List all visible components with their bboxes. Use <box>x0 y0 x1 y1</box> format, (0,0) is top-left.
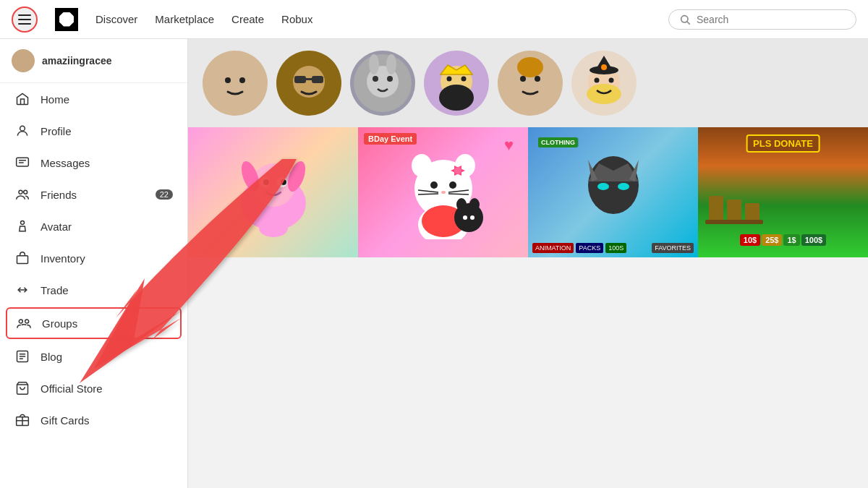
page-layout: amaziingracee Home Profile <box>0 39 868 488</box>
home-label: Home <box>41 93 69 106</box>
sidebar-item-groups[interactable]: Groups <box>6 307 182 339</box>
svg-point-61 <box>412 154 432 177</box>
gift-icon <box>14 412 30 428</box>
donate-amounts-row: 10$ 25$ 1$ 100$ <box>740 234 826 246</box>
svg-line-1 <box>687 22 690 25</box>
svg-rect-9 <box>17 256 28 264</box>
svg-point-59 <box>259 220 288 237</box>
svg-point-65 <box>441 191 446 194</box>
roblox-logo[interactable] <box>55 8 78 31</box>
inventory-label: Inventory <box>41 252 85 265</box>
svg-point-2 <box>19 55 27 63</box>
svg-point-58 <box>281 179 286 185</box>
sidebar-item-giftcards[interactable]: Gift Cards <box>0 404 187 436</box>
svg-point-3 <box>17 64 30 71</box>
avatar-icon <box>14 218 30 234</box>
svg-point-18 <box>215 63 255 103</box>
friend-avatar-6[interactable] <box>571 51 637 116</box>
svg-rect-5 <box>17 158 29 166</box>
svg-point-77 <box>469 198 480 211</box>
svg-point-20 <box>239 77 245 83</box>
trade-icon <box>14 282 30 298</box>
svg-point-28 <box>369 54 379 74</box>
user-profile-row[interactable]: amaziingracee <box>0 39 187 83</box>
hamburger-button[interactable] <box>12 7 38 33</box>
svg-line-67 <box>418 194 438 194</box>
search-input[interactable] <box>697 14 846 25</box>
svg-point-42 <box>535 76 540 82</box>
friends-avatars-section <box>188 39 868 127</box>
svg-point-76 <box>456 198 467 211</box>
svg-rect-91 <box>741 220 763 224</box>
svg-point-30 <box>373 76 378 82</box>
game-card-donate[interactable]: PLS DONATE 10$ 25$ 1$ 100$ <box>698 127 868 257</box>
blog-label: Blog <box>41 351 62 363</box>
svg-rect-23 <box>294 76 306 83</box>
friend-avatar-2[interactable] <box>276 51 341 116</box>
messages-label: Messages <box>41 157 90 169</box>
svg-point-31 <box>387 76 393 82</box>
svg-point-49 <box>609 78 614 83</box>
sidebar-item-profile[interactable]: Profile <box>0 115 187 147</box>
svg-line-69 <box>448 194 469 194</box>
groups-icon <box>16 315 32 331</box>
heart-icon: ♥ <box>504 136 514 155</box>
store-icon <box>14 380 30 396</box>
profile-icon <box>14 123 30 139</box>
avatar-label: Avatar <box>41 221 72 233</box>
svg-point-40 <box>517 57 543 77</box>
trade-label: Trade <box>41 284 69 296</box>
sidebar-item-home[interactable]: Home <box>0 83 187 115</box>
giftcards-label: Gift Cards <box>41 414 90 427</box>
game-card-featured[interactable]: FEATURED HAIR CLOTHING ANIMATION PACKS 1… <box>528 127 698 257</box>
svg-point-11 <box>25 320 29 323</box>
username-label: amaziingracee <box>42 55 112 67</box>
svg-point-48 <box>595 78 600 83</box>
svg-point-10 <box>19 320 22 323</box>
sidebar-item-friends[interactable]: Friends 22 <box>0 179 187 210</box>
svg-point-85 <box>618 183 629 190</box>
nav-robux[interactable]: Robux <box>281 13 312 25</box>
svg-point-47 <box>601 64 607 70</box>
donate-100-btn[interactable]: 100$ <box>801 234 826 246</box>
friend-avatar-3[interactable] <box>350 51 415 116</box>
game-card-bday[interactable]: BDay Event <box>358 127 528 257</box>
svg-rect-24 <box>312 76 323 83</box>
sidebar-item-inventory[interactable]: Inventory <box>0 242 187 274</box>
sidebar-item-messages[interactable]: Messages <box>0 147 187 179</box>
svg-rect-87 <box>727 200 741 221</box>
svg-point-29 <box>386 54 396 74</box>
games-section: BDay Event <box>188 127 868 257</box>
sidebar-item-trade[interactable]: Trade <box>0 274 187 306</box>
svg-point-79 <box>470 215 475 220</box>
search-box[interactable] <box>668 9 856 30</box>
friends-label: Friends <box>41 189 77 201</box>
sidebar-item-avatar[interactable]: Avatar <box>0 210 187 242</box>
sidebar-item-blog[interactable]: Blog <box>0 341 187 372</box>
donate-1-btn[interactable]: 1$ <box>783 234 799 246</box>
user-avatar <box>12 49 35 72</box>
nav-marketplace[interactable]: Marketplace <box>155 13 214 25</box>
sidebar-item-store[interactable]: Official Store <box>0 372 187 404</box>
svg-point-84 <box>597 183 609 190</box>
svg-point-37 <box>439 85 474 111</box>
nav-discover[interactable]: Discover <box>95 13 137 25</box>
svg-point-6 <box>19 190 22 194</box>
search-icon <box>679 14 691 25</box>
nav-create[interactable]: Create <box>231 13 264 25</box>
svg-point-63 <box>430 181 438 189</box>
donate-25-btn[interactable]: 25$ <box>762 234 782 246</box>
friend-avatar-4[interactable] <box>424 51 489 116</box>
svg-point-41 <box>520 76 526 82</box>
svg-point-72 <box>454 167 461 174</box>
svg-rect-88 <box>745 203 760 221</box>
donate-10-btn[interactable]: 10$ <box>740 234 760 246</box>
friend-avatar-5[interactable] <box>498 51 563 116</box>
friend-avatar-1[interactable] <box>203 51 268 116</box>
messages-icon <box>14 155 30 171</box>
hamburger-icon <box>18 14 31 25</box>
svg-point-0 <box>681 15 688 22</box>
groups-label: Groups <box>42 317 77 330</box>
game-card-axolotl[interactable] <box>188 127 358 257</box>
svg-point-36 <box>461 77 467 82</box>
